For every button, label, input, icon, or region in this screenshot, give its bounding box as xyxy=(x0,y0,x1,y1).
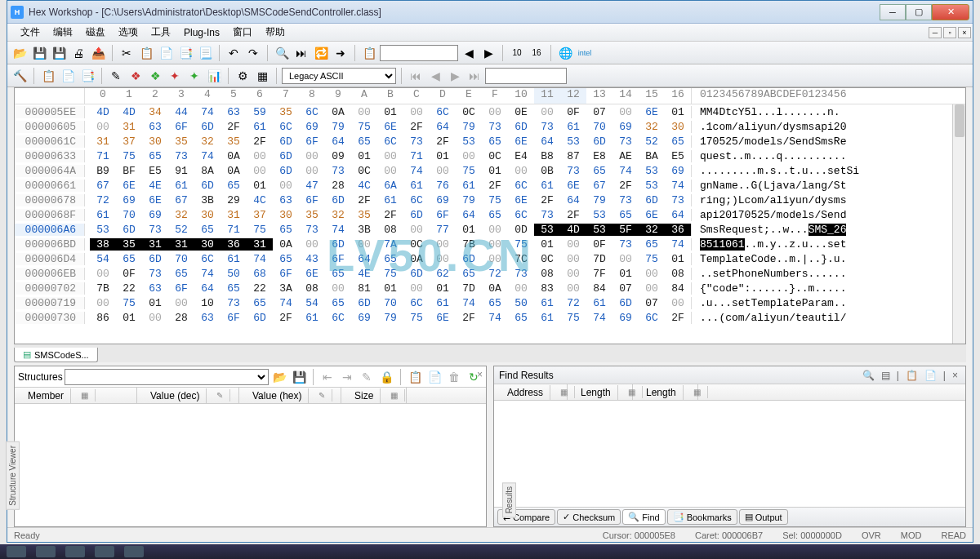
base16-icon[interactable]: 16 xyxy=(528,44,546,62)
copy2-icon[interactable]: 📋 xyxy=(39,67,57,85)
structures-select[interactable] xyxy=(65,369,269,385)
struct-del-icon[interactable]: 🗑 xyxy=(445,368,463,386)
colormark-icon[interactable]: ❖ xyxy=(127,67,145,85)
colormark3-icon[interactable]: ✦ xyxy=(166,67,184,85)
paste2-icon[interactable]: 📑 xyxy=(176,44,194,62)
paste4-icon[interactable]: 📄 xyxy=(59,67,77,85)
hex-row[interactable]: 000006A6536D73526571756573743B0800770100… xyxy=(15,222,965,237)
intel-icon[interactable]: intel xyxy=(576,44,594,62)
col-size[interactable]: Size ▦ xyxy=(341,388,407,403)
hex-row[interactable]: 0000064AB9BFE5918A0A006D00730C0074007501… xyxy=(15,163,965,178)
mdi-close[interactable]: × xyxy=(958,27,971,38)
hex-row[interactable]: 000006D454656D706C617465436F64650A006D00… xyxy=(15,251,965,266)
gear-icon[interactable]: ⚙ xyxy=(234,67,252,85)
hex-row[interactable]: 000006EB000F73657450686F6E654E756D626572… xyxy=(15,266,965,281)
sidebar-structure-viewer[interactable]: Structure Viewer xyxy=(6,441,20,510)
paste-icon[interactable]: 📄 xyxy=(157,44,175,62)
menu-help[interactable]: 帮助 xyxy=(259,24,292,41)
paste5-icon[interactable]: 📑 xyxy=(78,67,96,85)
struct-lock-icon[interactable]: 🔒 xyxy=(377,368,395,386)
menu-file[interactable]: 文件 xyxy=(14,24,47,41)
col-address[interactable]: Address ▦ xyxy=(494,384,568,400)
col-value-dec[interactable]: Value (dec) ✎ xyxy=(137,388,239,403)
col-length2[interactable]: Length ▦ xyxy=(633,384,698,400)
find-close-icon[interactable]: × xyxy=(950,370,960,381)
menu-plugins[interactable]: Plug-Ins xyxy=(177,25,226,40)
goto-input[interactable] xyxy=(380,45,458,61)
file-tab[interactable]: ▤SMSCodeS... xyxy=(14,348,98,362)
menu-options[interactable]: 选项 xyxy=(112,24,145,41)
nav-back-icon[interactable]: ◀ xyxy=(460,44,478,62)
taskbar-item[interactable] xyxy=(95,546,114,557)
taskbar-item[interactable] xyxy=(7,546,26,557)
hex-row[interactable]: 0000067872696E673B294C636F6D2F616C697975… xyxy=(15,193,965,207)
first-icon[interactable]: ⏮ xyxy=(407,67,425,85)
hex-grid[interactable]: 0123456789ABCDEF10111213141516 012345678… xyxy=(14,87,966,344)
col-value-hex[interactable]: Value (hex) ✎ xyxy=(239,388,341,403)
taskbar-item[interactable] xyxy=(65,546,85,557)
maximize-button[interactable]: ▢ xyxy=(906,4,932,20)
replace-icon[interactable]: 🔁 xyxy=(312,44,330,62)
encoding-select[interactable]: Legacy ASCII xyxy=(282,68,396,84)
cut-icon[interactable]: ✂ xyxy=(118,44,136,62)
world-icon[interactable]: 🌐 xyxy=(556,44,574,62)
open-icon[interactable]: 📂 xyxy=(11,44,29,62)
goto-icon[interactable]: ➜ xyxy=(332,44,350,62)
struct-edit-icon[interactable]: ✎ xyxy=(358,368,376,386)
colormark4-icon[interactable]: ✦ xyxy=(185,67,203,85)
prev-icon[interactable]: ◀ xyxy=(426,67,444,85)
taskbar-item[interactable] xyxy=(36,546,56,557)
base10-icon[interactable]: 10 xyxy=(508,44,526,62)
struct-nav2-icon[interactable]: ⇥ xyxy=(338,368,356,386)
taskbar-item[interactable] xyxy=(124,546,144,557)
paste3-icon[interactable]: 📃 xyxy=(196,44,214,62)
close-button[interactable]: ✕ xyxy=(932,4,969,20)
result-tab-checksum[interactable]: ✓Checksum xyxy=(557,509,621,525)
struct-paste-icon[interactable]: 📄 xyxy=(425,368,443,386)
menu-disk[interactable]: 磁盘 xyxy=(79,24,112,41)
menu-tools[interactable]: 工具 xyxy=(145,24,177,41)
disk-icon[interactable]: 💾 xyxy=(30,44,48,62)
result-tab-output[interactable]: ▤Output xyxy=(739,509,788,525)
hex-row[interactable]: 0000063371756573740A006D000901007101000C… xyxy=(15,149,965,163)
nav-fwd-icon[interactable]: ▶ xyxy=(479,44,497,62)
sidebar-results[interactable]: Results xyxy=(502,482,516,517)
hex-row[interactable]: 000006BD383531313036310A006D007A0C007B00… xyxy=(15,237,965,251)
menu-window[interactable]: 窗口 xyxy=(226,24,259,41)
find-tool4-icon[interactable]: 📄 xyxy=(922,370,939,381)
hex-row[interactable]: 000006050031636F6D2F616C6979756E2F647973… xyxy=(15,119,965,134)
calendar-icon[interactable]: ▦ xyxy=(253,67,271,85)
save-icon[interactable]: 💾 xyxy=(50,44,68,62)
undo-icon[interactable]: ↶ xyxy=(225,44,243,62)
last-icon[interactable]: ⏭ xyxy=(466,67,483,85)
col-member[interactable]: Member ▦ xyxy=(15,388,137,403)
print-icon[interactable]: 🖨 xyxy=(69,44,87,62)
copy-addr-icon[interactable]: 📋 xyxy=(360,44,378,62)
nav-input[interactable] xyxy=(485,68,567,84)
find-icon[interactable]: 🔍 xyxy=(273,44,291,62)
struct-open-icon[interactable]: 📂 xyxy=(270,368,288,386)
minimize-button[interactable]: ─ xyxy=(880,4,906,20)
hex-row[interactable]: 00000661676E4E616D65010047284C6A6176612F… xyxy=(15,178,965,193)
vertical-scrollbar[interactable] xyxy=(952,104,965,344)
hex-row[interactable]: 000005EE4D4D3444746359356C0A0001006C0C00… xyxy=(15,104,965,119)
menu-edit[interactable]: 编辑 xyxy=(47,24,79,41)
hex-row[interactable]: 00000719007501001073657454656D706C617465… xyxy=(15,295,965,310)
export-icon[interactable]: 📤 xyxy=(89,44,107,62)
panel-close-icon[interactable]: × xyxy=(477,369,483,380)
find-tool3-icon[interactable]: 📋 xyxy=(903,370,920,381)
find-tool2-icon[interactable]: ▤ xyxy=(879,370,893,381)
result-tab-bookmarks[interactable]: 📑Bookmarks xyxy=(667,509,737,525)
chart-icon[interactable]: 📊 xyxy=(205,67,223,85)
next-icon[interactable]: ▶ xyxy=(446,67,464,85)
hex-row[interactable]: 000007027B22636F6465223A0800810100017D0A… xyxy=(15,281,965,295)
col-length1[interactable]: Length ▦ xyxy=(568,384,633,400)
mdi-minimize[interactable]: ─ xyxy=(929,27,942,38)
hammer-icon[interactable]: 🔨 xyxy=(11,67,29,85)
findnext-icon[interactable]: ⏭ xyxy=(292,44,310,62)
hex-row[interactable]: 0000061C3137303532352F6D6F64656C732F5365… xyxy=(15,134,965,149)
find-tool1-icon[interactable]: 🔍 xyxy=(860,370,877,381)
result-tab-find[interactable]: 🔍Find xyxy=(622,509,665,525)
copy-icon[interactable]: 📋 xyxy=(137,44,155,62)
colormark2-icon[interactable]: ❖ xyxy=(146,67,164,85)
